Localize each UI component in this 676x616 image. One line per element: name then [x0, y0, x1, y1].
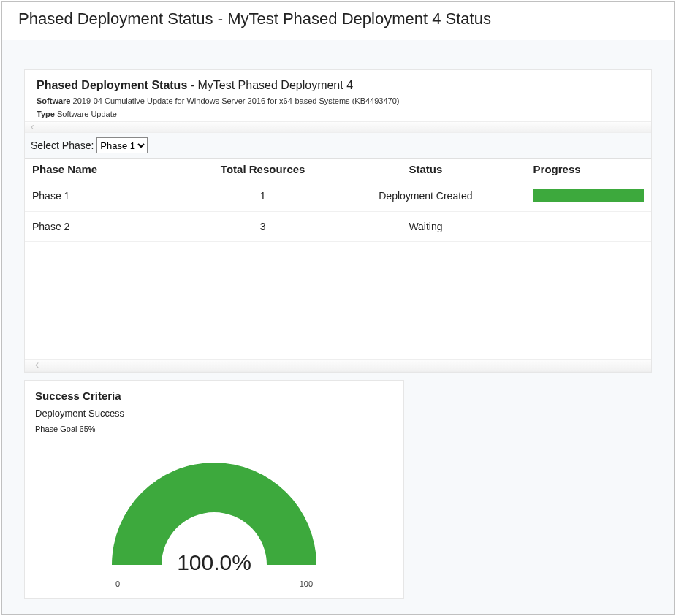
- gauge-arc: [112, 463, 316, 565]
- collapse-bar-top[interactable]: ‹: [25, 121, 651, 133]
- table-filler: [25, 242, 651, 359]
- chevron-left-icon: ‹: [31, 121, 34, 132]
- phases-table: Phase Name Total Resources Status Progre…: [25, 158, 651, 242]
- select-phase-label: Select Phase:: [31, 140, 94, 151]
- cell-phase-name: Phase 2: [25, 212, 200, 242]
- cell-total-resources: 3: [200, 212, 325, 242]
- select-phase-dropdown[interactable]: Phase 1Phase 2: [96, 137, 148, 153]
- content-area: Phased Deployment Status - MyTest Phased…: [2, 40, 674, 599]
- col-progress[interactable]: Progress: [526, 159, 651, 180]
- chevron-left-icon: ‹: [35, 358, 39, 370]
- gauge-scale: 0 100: [35, 579, 393, 588]
- cell-progress: [526, 212, 651, 242]
- software-value: 2019-04 Cumulative Update for Windows Se…: [73, 96, 400, 105]
- cell-phase-name: Phase 1: [25, 180, 200, 212]
- panel-title: Phased Deployment Status - MyTest Phased…: [37, 79, 639, 92]
- type-value: Software Update: [57, 110, 117, 118]
- gauge-scale-min: 0: [115, 579, 120, 588]
- cell-status: Waiting: [325, 212, 525, 242]
- table-row[interactable]: Phase 23Waiting: [25, 212, 651, 242]
- software-label: Software: [37, 96, 70, 105]
- collapse-bar-bottom[interactable]: ‹: [25, 359, 651, 372]
- col-phase-name[interactable]: Phase Name: [25, 159, 200, 180]
- panel-title-suffix: MyTest Phased Deployment 4: [198, 79, 354, 91]
- progress-bar: [533, 189, 644, 202]
- criteria-subtitle: Deployment Success: [35, 408, 393, 419]
- criteria-title: Success Criteria: [35, 389, 393, 402]
- gauge-value: 100.0%: [35, 550, 393, 575]
- page-title: Phased Deployment Status - MyTest Phased…: [2, 2, 674, 40]
- col-total-resources[interactable]: Total Resources: [200, 159, 325, 180]
- type-label: Type: [37, 110, 55, 118]
- panel-title-prefix: Phased Deployment Status: [37, 79, 187, 91]
- panel-title-sep: -: [187, 79, 197, 91]
- col-status[interactable]: Status: [325, 159, 525, 180]
- cell-progress: [526, 180, 651, 212]
- success-criteria-panel: Success Criteria Deployment Success Phas…: [24, 380, 404, 599]
- table-header-row: Phase Name Total Resources Status Progre…: [25, 159, 651, 180]
- app-window: Phased Deployment Status - MyTest Phased…: [1, 1, 675, 615]
- criteria-goal: Phase Goal 65%: [35, 425, 393, 433]
- gauge-scale-max: 100: [300, 579, 313, 588]
- software-line: Software 2019-04 Cumulative Update for W…: [37, 96, 639, 105]
- table-row[interactable]: Phase 11Deployment Created: [25, 180, 651, 212]
- cell-status: Deployment Created: [325, 180, 525, 212]
- type-line: Type Software Update: [37, 110, 639, 118]
- panel-header: Phased Deployment Status - MyTest Phased…: [25, 70, 651, 121]
- status-panel: Phased Deployment Status - MyTest Phased…: [24, 69, 652, 373]
- gauge-chart: 100.0% 0 100: [35, 441, 393, 594]
- select-phase-row: Select Phase: Phase 1Phase 2: [25, 133, 651, 158]
- cell-total-resources: 1: [200, 180, 325, 212]
